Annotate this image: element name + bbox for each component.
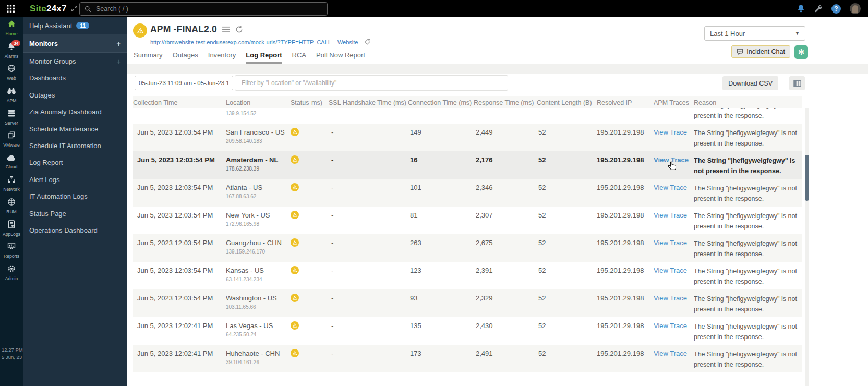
- sidebar-clock: 12:27 PM5 Jun, 23: [0, 346, 25, 361]
- view-trace-link[interactable]: View Trace: [654, 128, 687, 136]
- sidebar-item-help-assistant[interactable]: Help Assistant11: [23, 17, 127, 34]
- trouble-status-icon: [291, 211, 299, 219]
- rail-item-apm[interactable]: APM: [0, 84, 23, 106]
- sidebar-item-schedule-maintenance[interactable]: Schedule Maintenance: [23, 120, 127, 137]
- column-header-reason[interactable]: Reason: [694, 99, 802, 106]
- column-header-collection-time[interactable]: Collection Time: [133, 99, 226, 106]
- rail-item-home[interactable]: Home: [0, 17, 23, 40]
- sidebar-item-log-report[interactable]: Log Report: [23, 154, 127, 171]
- ai-assistant-button[interactable]: ✻: [794, 45, 808, 59]
- sidebar-item-operations-dashboard[interactable]: Operations Dashboard: [23, 222, 127, 238]
- add-icon[interactable]: +: [116, 39, 121, 48]
- monitor-type-link[interactable]: Website: [337, 39, 358, 45]
- resolved-ip: 195.201.29.198: [597, 124, 654, 151]
- rail-item-reports[interactable]: Reports: [0, 239, 23, 262]
- ssl-handshake-time: -: [329, 345, 408, 372]
- response-time: 2,346: [474, 179, 537, 207]
- sidebar-item-monitor-groups[interactable]: Monitor Groups+: [23, 53, 127, 69]
- column-header-apm-traces[interactable]: APM Traces: [654, 99, 694, 106]
- trouble-status-icon: [291, 128, 299, 136]
- sidebar-item-schedule-it-automation[interactable]: Schedule IT Automation: [23, 137, 127, 154]
- view-trace-link[interactable]: View Trace: [654, 239, 687, 247]
- sidebar-item-outages[interactable]: Outages: [23, 87, 127, 103]
- tab-inventory[interactable]: Inventory: [208, 51, 236, 64]
- table-row-washington-us: Jun 5, 2023 12:03:54 PMWashington - US10…: [133, 290, 802, 317]
- rail-item-alarms[interactable]: Alarms34: [0, 40, 23, 62]
- view-trace-link[interactable]: View Trace: [654, 349, 687, 357]
- rail-item-vmware[interactable]: VMware: [0, 128, 23, 151]
- location-ip: 167.88.63.62: [226, 194, 286, 199]
- rail-item-admin[interactable]: Admin: [0, 262, 23, 284]
- column-picker-button[interactable]: [789, 76, 805, 90]
- download-csv-button[interactable]: Download CSV: [722, 76, 778, 90]
- date-range-input[interactable]: [135, 76, 233, 90]
- response-time: 2,675: [474, 234, 537, 262]
- search-icon: [85, 6, 91, 13]
- home-icon: [7, 20, 16, 30]
- resolved-ip: 195.201.29.198: [597, 234, 654, 262]
- sidebar-item-it-automation-logs[interactable]: IT Automation Logs: [23, 188, 127, 205]
- monitor-status-icon: [133, 23, 147, 38]
- view-trace-link[interactable]: View Trace: [654, 156, 689, 164]
- response-time: 2,176: [474, 151, 537, 179]
- connection-time: 173: [408, 345, 474, 372]
- view-trace-link[interactable]: View Trace: [654, 294, 687, 302]
- sidebar-item-alert-logs[interactable]: Alert Logs: [23, 171, 127, 188]
- column-header-ssl-handshake-time-ms-[interactable]: SSL Handshake Time (ms): [329, 99, 408, 106]
- rail-item-network[interactable]: Network: [0, 173, 23, 195]
- table-header-row: Collection TimeLocationStatusms)SSL Hand…: [133, 96, 802, 108]
- notifications-bell-icon[interactable]: [797, 4, 805, 13]
- add-icon[interactable]: +: [116, 57, 121, 66]
- sidebar-item-monitors[interactable]: Monitors+: [23, 34, 127, 53]
- tab-summary[interactable]: Summary: [134, 51, 163, 64]
- tools-wrench-icon[interactable]: [814, 5, 823, 13]
- vertical-scrollbar[interactable]: [805, 108, 809, 386]
- applogs-icon: [8, 220, 15, 231]
- view-trace-link[interactable]: View Trace: [654, 211, 687, 219]
- rail-item-cloud[interactable]: Cloud: [0, 151, 23, 173]
- search-input[interactable]: [95, 5, 306, 13]
- site24x7-logo[interactable]: Site24x7: [30, 4, 67, 14]
- global-search[interactable]: [79, 2, 328, 16]
- column-header-response-time-ms-[interactable]: Response Time (ms): [474, 99, 537, 106]
- scrollbar-thumb[interactable]: [805, 155, 809, 201]
- column-header-connection-time-ms-[interactable]: Connection Time (ms): [408, 99, 474, 106]
- column-header-content-length-b-[interactable]: Content Length (B): [537, 99, 597, 106]
- tab-log-report[interactable]: Log Report: [246, 51, 282, 64]
- view-trace-link[interactable]: View Trace: [654, 322, 687, 330]
- incident-chat-button[interactable]: Incident Chat: [731, 45, 790, 58]
- refresh-icon[interactable]: [235, 26, 243, 33]
- sidebar-item-status-page[interactable]: Status Page: [23, 205, 127, 222]
- sidebar-item-dashboards[interactable]: Dashboards: [23, 70, 127, 87]
- monitor-url-link[interactable]: http://rbmwebsite-test.enduserexp.com/mo…: [150, 39, 331, 45]
- filter-input[interactable]: [235, 75, 508, 91]
- table-row-huhehaote-chn: Jun 5, 2023 12:02:41 PMHuhehaote - CHN39…: [133, 345, 802, 372]
- rail-item-web[interactable]: Web: [0, 62, 23, 84]
- column-header-ms-[interactable]: ms): [311, 99, 329, 106]
- column-header-location[interactable]: Location: [226, 99, 291, 106]
- view-trace-link[interactable]: View Trace: [654, 267, 687, 274]
- tab-outages[interactable]: Outages: [173, 51, 198, 64]
- column-header-status[interactable]: Status: [291, 99, 311, 106]
- apm-trace-cell: View Trace: [654, 234, 694, 262]
- time-range-select[interactable]: Last 1 Hour ▼: [704, 26, 805, 41]
- tab-poll-now-report[interactable]: Poll Now Report: [316, 51, 365, 64]
- sidebar-panel: Help Assistant11Monitors+Monitor Groups+…: [23, 17, 127, 386]
- status-cell: [291, 345, 311, 372]
- content-length: 52: [537, 108, 597, 124]
- sidebar-item-zia-anomaly-dashboard[interactable]: Zia Anomaly Dashboard: [23, 104, 127, 120]
- response-time: 2,391: [474, 262, 537, 290]
- hamburger-menu-icon[interactable]: [222, 26, 230, 33]
- rail-item-server[interactable]: Server: [0, 106, 23, 128]
- user-avatar[interactable]: [850, 3, 861, 14]
- help-icon[interactable]: ?: [831, 4, 841, 14]
- rail-item-applogs[interactable]: AppLogs: [0, 217, 23, 239]
- tab-rca[interactable]: RCA: [292, 51, 306, 64]
- apm-trace-cell: View Trace: [654, 290, 694, 317]
- column-header-resolved-ip[interactable]: Resolved IP: [597, 99, 654, 106]
- tag-icon[interactable]: [364, 39, 371, 45]
- app-grid-icon[interactable]: [6, 4, 15, 13]
- expand-icon[interactable]: [71, 5, 78, 12]
- rail-item-rum[interactable]: RUM: [0, 195, 23, 218]
- view-trace-link[interactable]: View Trace: [654, 184, 687, 191]
